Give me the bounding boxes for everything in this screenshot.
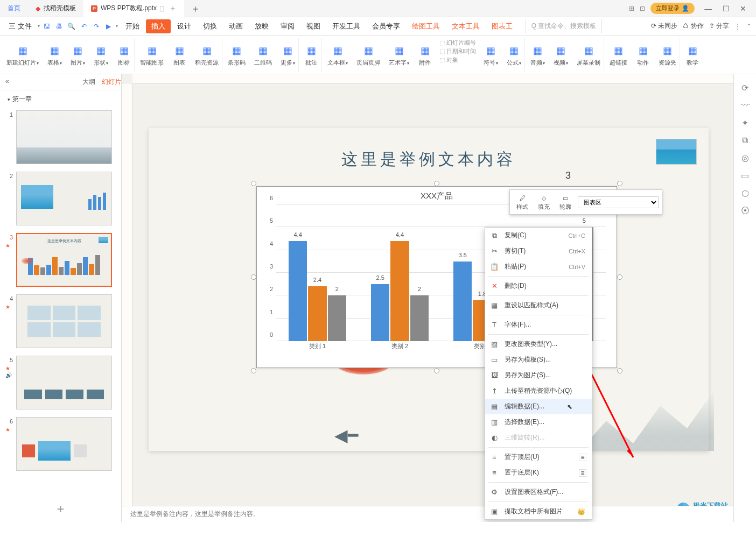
expand-icon[interactable]: ⌃ xyxy=(746,23,752,30)
rail-ai-icon[interactable]: ⟳ xyxy=(741,83,748,93)
thumbnail-3[interactable]: 这里是举例文本内容 xyxy=(16,233,112,287)
menu-tab-5[interactable]: 放映 xyxy=(249,19,274,33)
file-menu[interactable]: 三 文件 xyxy=(4,22,36,31)
print-icon[interactable]: 🖶 xyxy=(54,21,65,32)
menu-tab-9[interactable]: 会员专享 xyxy=(367,19,405,33)
slide-image[interactable] xyxy=(656,139,697,165)
ctx-format[interactable]: ⚙设置图表区格式(F)... xyxy=(485,484,592,500)
ctx-saveimage[interactable]: 🖼另存为图片(S)... xyxy=(485,368,592,383)
ctx-font[interactable]: T字体(F)... xyxy=(485,317,592,333)
ctx-cut[interactable]: ✂剪切(T)Ctrl+X xyxy=(485,243,592,259)
thumbnail-6[interactable] xyxy=(16,417,112,471)
menu-tab-4[interactable]: 动画 xyxy=(223,19,248,33)
tool-new-slide[interactable]: ▦新建幻灯片▾ xyxy=(3,38,42,72)
rail-help-icon[interactable]: ⦿ xyxy=(741,206,750,216)
tab-file[interactable]: PWPS PPT教程.pptx⎕＋ xyxy=(83,0,184,17)
rail-layout-icon[interactable]: ⧉ xyxy=(742,136,748,145)
tool-datetime[interactable]: ⬚日期和时间 xyxy=(439,47,476,55)
ctx-selectdata[interactable]: ▥选择数据(E)... xyxy=(485,414,592,430)
tool-more[interactable]: ▦更多▾ xyxy=(277,38,299,72)
tool-hyperlink[interactable]: ▦超链接 xyxy=(606,38,631,72)
tool-picture[interactable]: ▦图片▾ xyxy=(67,38,88,72)
add-slide-button[interactable]: + xyxy=(0,496,121,522)
search-input[interactable]: Q 查找命令、搜索模板 xyxy=(526,19,603,33)
ctx-copy[interactable]: ⧉复制(C)Ctrl+C xyxy=(485,228,592,243)
tab-template[interactable]: ◆找稻壳模板 xyxy=(28,0,83,17)
ctx-editdata[interactable]: ▤编辑数据(E)...⬉ xyxy=(485,399,592,414)
tool-audio[interactable]: ▦音频▾ xyxy=(527,38,548,72)
thumbnail-4[interactable] xyxy=(16,294,112,348)
fill-button[interactable]: ◇填充 xyxy=(535,192,553,212)
tool-comment[interactable]: ▦批注 xyxy=(301,38,322,72)
menu-tab-1[interactable]: 插入 xyxy=(146,19,171,33)
ctx-paste[interactable]: 📋粘贴(P)Ctrl+V xyxy=(485,259,592,274)
tool-tab-0[interactable]: 绘图工具 xyxy=(407,19,445,33)
menu-tab-6[interactable]: 审阅 xyxy=(275,19,300,33)
collab-button[interactable]: ♺ 协作 xyxy=(683,22,703,31)
ctx-back[interactable]: ≡置于底层(K)▸≡ xyxy=(485,465,592,481)
ctx-upload[interactable]: ↥上传至稻壳资源中心(Q) xyxy=(485,383,592,399)
tab-add[interactable]: ＋ xyxy=(184,0,207,17)
layout-icon[interactable]: ⊞ xyxy=(629,5,634,12)
ctx-extract[interactable]: ▣提取文档中所有图片👑 xyxy=(485,504,592,519)
ctx-reset[interactable]: ▦重设以匹配样式(A) xyxy=(485,298,592,313)
ctx-savetemplate[interactable]: ▭另存为模板(S)... xyxy=(485,352,592,368)
grid-icon[interactable]: ⊡ xyxy=(640,5,645,12)
tool-qrcode[interactable]: ▦二维码 xyxy=(251,38,275,72)
dropdown-icon[interactable]: ⎕ xyxy=(160,5,164,12)
slides-tab[interactable]: 幻灯片 xyxy=(102,77,121,87)
ctx-front[interactable]: ≡置于顶层(U)▸≡ xyxy=(485,449,592,465)
thumbnail-5[interactable] xyxy=(16,356,112,409)
more-menu-icon[interactable]: ⋮ xyxy=(734,23,741,30)
bar-0-2[interactable]: 2 xyxy=(328,295,346,341)
tool-textbox[interactable]: ▦文本框▾ xyxy=(324,38,351,72)
bar-0-0[interactable]: 4.4 xyxy=(289,241,307,341)
tool-screenrec[interactable]: ▦屏幕录制 xyxy=(573,38,604,72)
section-header[interactable]: ▾第一章 xyxy=(0,90,121,108)
maximize-button[interactable]: ☐ xyxy=(718,4,734,13)
tool-chart[interactable]: ▦图表 xyxy=(169,38,190,72)
preview-icon[interactable]: 🔍 xyxy=(66,21,77,32)
tool-icon[interactable]: ▦图标 xyxy=(114,38,135,72)
rail-cube-icon[interactable]: ⬡ xyxy=(741,188,749,199)
bar-0-1[interactable]: 2.4 xyxy=(308,286,326,341)
tool-headerfooter[interactable]: ▦页眉页脚 xyxy=(353,38,383,72)
redo-icon[interactable]: ↷ xyxy=(91,21,102,32)
rail-book-icon[interactable]: ▭ xyxy=(741,171,749,181)
bar-2-0[interactable]: 3.5 xyxy=(453,262,472,341)
slide[interactable]: 这里是举例文本内容 3 P ≡ ◀━ XXX产品 0123456 4.42.42… xyxy=(149,128,709,451)
bar-1-1[interactable]: 4.4 xyxy=(390,241,409,341)
rail-theme-icon[interactable]: ◎ xyxy=(741,153,749,163)
tool-docer[interactable]: ▦稻壳资源 xyxy=(192,38,222,72)
tool-shape[interactable]: ▦形状▾ xyxy=(90,38,111,72)
notes-pane[interactable]: 这里是举例备注内容，这里是举例备注内容。 xyxy=(122,506,733,522)
save-icon[interactable]: 🖫 xyxy=(41,21,52,32)
slide-title[interactable]: 这里是举例文本内容 xyxy=(149,128,709,171)
close-button[interactable]: ✕ xyxy=(736,4,751,13)
ctx-delete[interactable]: ✕删除(D) xyxy=(485,278,592,294)
bar-1-2[interactable]: 2 xyxy=(410,295,429,341)
share-button[interactable]: ⇪ 分享 xyxy=(709,22,729,31)
thumbnail-1[interactable] xyxy=(16,110,112,164)
undo-icon[interactable]: ↶ xyxy=(79,21,89,32)
menu-tab-0[interactable]: 开始 xyxy=(120,19,145,33)
tool-equation[interactable]: ▦公式▾ xyxy=(503,38,525,72)
style-button[interactable]: 🖊样式 xyxy=(513,192,531,212)
login-button[interactable]: 立即登录👤 xyxy=(650,3,695,14)
tool-slidenum[interactable]: ⬚幻灯片编号 xyxy=(439,39,476,47)
outline-tab[interactable]: 大纲 xyxy=(82,77,95,87)
tool-symbol[interactable]: ▦符号▾ xyxy=(480,38,501,72)
play-icon[interactable]: ▶ xyxy=(103,21,114,32)
tool-barcode[interactable]: ▦条形码 xyxy=(225,38,249,72)
outline-button[interactable]: ▭轮廓 xyxy=(556,192,575,212)
tool-resources[interactable]: ▦资源夹 xyxy=(655,38,680,72)
menu-tab-7[interactable]: 视图 xyxy=(301,19,326,33)
tool-action[interactable]: ▦动作 xyxy=(633,38,653,72)
minimize-button[interactable]: — xyxy=(700,4,716,13)
chart-element-select[interactable]: 图表区 xyxy=(578,196,659,208)
tool-teaching[interactable]: ▦教学 xyxy=(682,38,703,72)
tool-tab-1[interactable]: 文本工具 xyxy=(446,19,485,33)
collapse-panel[interactable]: « xyxy=(0,77,9,87)
tool-smartart[interactable]: ▦智能图形 xyxy=(137,38,167,72)
tool-wordart[interactable]: ▦艺术字▾ xyxy=(386,38,412,72)
